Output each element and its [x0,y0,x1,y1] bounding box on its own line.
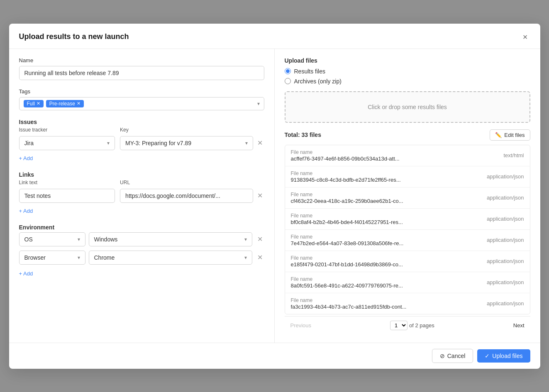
tag-full[interactable]: Full ✕ [24,100,44,107]
file-label-1: File name [291,170,401,176]
tag-prerelease-remove[interactable]: ✕ [77,101,81,106]
upload-check-icon: ✓ [485,353,490,359]
page-info: 1 2 of 2 pages [390,321,434,330]
file-label-6: File name [291,276,403,282]
remove-env-os-button[interactable]: ✕ [256,234,264,244]
file-name-6: 8a0fc591-56e8-491c-a622-409779769075-re.… [291,282,403,289]
file-name-0: acffef76-3497-4e6f-b856-09b0c534a13d-att… [291,156,400,162]
env-type-os-value: OS [24,236,33,243]
page-select[interactable]: 1 2 [390,321,407,330]
file-type-1: application/json [487,173,524,180]
file-name-5: e185f479-0201-47bf-b1dd-16498d9b3869-co.… [291,261,403,268]
tags-section: Tags Full ✕ Pre-release ✕ ▾ [19,88,264,110]
link-text-label: Link text [19,180,115,185]
edit-files-button[interactable]: ✏️ Edit files [490,129,530,141]
pagination: Previous 1 2 of 2 pages Next [285,316,530,334]
file-name-7: fa3c1993-4b34-4b73-ac7c-a811ed915fdb-con… [291,304,407,310]
url-label: URL [120,180,264,185]
file-type-6: application/json [487,279,524,285]
add-link-button[interactable]: + Add [19,206,33,216]
radio-results-input[interactable] [285,68,291,74]
close-button[interactable]: × [520,32,530,42]
env-type-browser-dropdown[interactable]: Browser ▾ [19,251,85,265]
of-pages-text: of 2 pages [409,322,434,329]
key-value: MY-3: Preparing for v7.89 [125,140,191,146]
link-text-input[interactable] [19,189,115,203]
table-row: File name e185f479-0201-47bf-b1dd-16498d… [285,251,530,272]
url-input[interactable] [120,189,253,203]
modal-footer: ⊘ Cancel ✓ Upload files [9,343,540,369]
file-label-3: File name [291,213,403,219]
tags-dropdown[interactable]: Full ✕ Pre-release ✕ ▾ [19,97,264,110]
name-input[interactable] [19,66,264,80]
file-type-7: application/json [487,300,524,307]
next-button[interactable]: Next [513,322,525,329]
issue-tracker-dropdown[interactable]: Jira ▾ [19,136,115,150]
file-type-4: application/json [487,237,524,243]
name-section: Name [19,57,264,80]
key-field: Key MY-3: Preparing for v7.89 ▾ ✕ [120,127,264,150]
file-name-4: 7e47b2ed-e564-4a07-83e8-091308a506fe-re.… [291,240,404,246]
issue-tracker-value: Jira [24,140,34,146]
key-label: Key [120,127,264,133]
table-row: File name 8a0fc591-56e8-491c-a622-409779… [285,272,530,293]
radio-results-item[interactable]: Results files [285,68,530,75]
env-type-os-dropdown[interactable]: OS ▾ [19,232,85,246]
env-value-chrome-dropdown[interactable]: Chrome ▾ [89,251,252,265]
modal-header: Upload results to a new launch × [9,24,540,49]
file-type-0: text/html [503,152,524,158]
remove-link-button[interactable]: ✕ [256,191,264,200]
table-row: File name bf0c8af4-b2b2-4b46-bde4-f40145… [285,209,530,230]
remove-issue-button[interactable]: ✕ [256,138,264,148]
modal-title: Upload results to a new launch [19,32,129,41]
files-total: Total: 33 files [285,131,321,138]
drop-zone-text: Click or drop some results files [368,104,447,110]
radio-group: Results files Archives (only zip) [285,68,530,85]
issue-tracker-label: Issue tracker [19,127,115,133]
links-title: Links [19,171,264,178]
name-label: Name [19,57,264,63]
issues-section: Issues Issue tracker Jira ▾ Key [19,119,264,163]
key-chevron-icon: ▾ [245,140,248,146]
radio-archives-input[interactable] [285,78,291,84]
file-label-0: File name [291,149,400,155]
file-type-2: application/json [487,195,524,201]
tags-chevron-icon: ▾ [257,101,260,107]
edit-icon: ✏️ [495,132,502,138]
table-row: File name acffef76-3497-4e6f-b856-09b0c5… [285,145,530,166]
add-env-button[interactable]: + Add [19,269,33,278]
right-panel: Upload files Results files Archives (onl… [275,49,540,343]
upload-files-button[interactable]: ✓ Upload files [477,349,530,363]
add-issue-button[interactable]: + Add [19,153,33,163]
files-header: Total: 33 files ✏️ Edit files [285,129,530,141]
env-row-os: OS ▾ Windows ▾ ✕ [19,232,264,246]
table-row: File name cf463c22-0eea-418c-a19c-259b0a… [285,187,530,209]
tag-full-remove[interactable]: ✕ [37,101,40,106]
env-type-browser-value: Browser [24,254,46,261]
modal-body: Name Tags Full ✕ Pre-release ✕ ▾ Issues [9,49,540,343]
issues-title: Issues [19,119,264,125]
file-type-3: application/json [487,216,524,222]
file-name-2: cf463c22-0eea-418c-a19c-259b0aee62b1-co.… [291,198,403,204]
cancel-button[interactable]: ⊘ Cancel [432,349,473,363]
file-label-2: File name [291,192,403,197]
file-label-5: File name [291,255,403,261]
key-dropdown[interactable]: MY-3: Preparing for v7.89 ▾ [120,136,253,150]
file-label-4: File name [291,234,404,240]
radio-archives-item[interactable]: Archives (only zip) [285,78,530,85]
modal-overlay: Upload results to a new launch × Name Ta… [0,0,549,392]
file-name-1: 91383945-c8c8-4c3d-bdfb-e2d71fe2ff65-res… [291,177,401,183]
env-type-browser-chevron-icon: ▾ [78,255,80,261]
drop-zone[interactable]: Click or drop some results files [285,91,530,123]
environment-title: Environment [19,224,264,231]
env-value-chrome-value: Chrome [94,254,115,261]
tag-prerelease[interactable]: Pre-release ✕ [46,100,84,107]
file-type-5: application/json [487,258,524,264]
table-row: File name fa3c1993-4b34-4b73-ac7c-a811ed… [285,293,530,314]
cancel-icon: ⊘ [440,353,445,359]
remove-env-browser-button[interactable]: ✕ [256,253,264,262]
table-row: File name 7e47b2ed-e564-4a07-83e8-091308… [285,230,530,251]
links-section: Links Link text URL ✕ [19,171,264,216]
env-value-windows-dropdown[interactable]: Windows ▾ [89,232,252,246]
previous-button[interactable]: Previous [290,322,312,329]
